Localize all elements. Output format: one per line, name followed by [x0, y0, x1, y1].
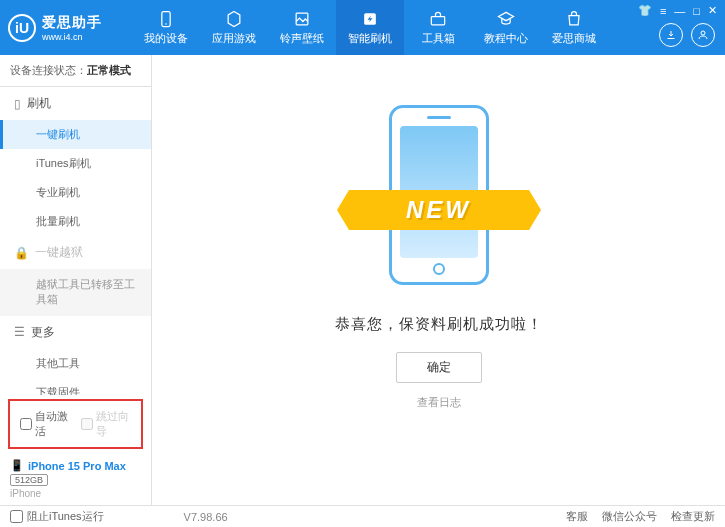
sidebar-item-itunes-flash[interactable]: iTunes刷机 [0, 149, 151, 178]
sidebar-group-more[interactable]: ☰ 更多 [0, 316, 151, 349]
app-url: www.i4.cn [42, 32, 102, 42]
svg-point-5 [701, 31, 705, 35]
phone-icon [156, 9, 176, 29]
download-button[interactable] [659, 23, 683, 47]
sidebar-item-jailbreak-moved[interactable]: 越狱工具已转移至工具箱 [0, 269, 151, 316]
checkbox-skip-guide[interactable]: 跳过向导 [81, 409, 132, 439]
nav-mall[interactable]: 爱思商城 [540, 0, 608, 55]
version-label: V7.98.66 [184, 511, 228, 523]
svg-rect-4 [431, 17, 444, 25]
success-message: 恭喜您，保资料刷机成功啦！ [335, 315, 543, 334]
main-content: NEW 恭喜您，保资料刷机成功啦！ 确定 查看日志 [152, 55, 725, 505]
sidebar-group-flash[interactable]: ▯ 刷机 [0, 87, 151, 120]
download-icon [665, 29, 677, 41]
maximize-icon[interactable]: □ [693, 5, 700, 17]
success-illustration: NEW [359, 95, 519, 295]
nav-smart-flash[interactable]: 智能刷机 [336, 0, 404, 55]
apps-icon [224, 9, 244, 29]
sidebar-item-other-tools[interactable]: 其他工具 [0, 349, 151, 378]
flash-icon [360, 9, 380, 29]
window-controls: 👕 ≡ — □ ✕ [638, 4, 717, 17]
device-name-text: iPhone 15 Pro Max [28, 460, 126, 472]
ok-button[interactable]: 确定 [396, 352, 482, 383]
user-button[interactable] [691, 23, 715, 47]
new-ribbon: NEW [349, 190, 529, 230]
wallpaper-icon [292, 9, 312, 29]
close-icon[interactable]: ✕ [708, 4, 717, 17]
device-phone-icon: 📱 [10, 459, 24, 472]
skin-icon[interactable]: 👕 [638, 4, 652, 17]
lock-icon: 🔒 [14, 246, 29, 260]
device-info[interactable]: 📱 iPhone 15 Pro Max 512GB iPhone [0, 453, 151, 505]
svg-point-1 [165, 23, 167, 25]
device-storage: 512GB [10, 474, 48, 486]
nav-ringtones[interactable]: 铃声壁纸 [268, 0, 336, 55]
nav-apps-games[interactable]: 应用游戏 [200, 0, 268, 55]
minimize-icon[interactable]: — [674, 5, 685, 17]
device-type: iPhone [10, 488, 141, 499]
footer-link-support[interactable]: 客服 [566, 509, 588, 524]
app-title: 爱思助手 [42, 14, 102, 32]
checkbox-block-itunes[interactable]: 阻止iTunes运行 [10, 509, 104, 524]
nav-my-device[interactable]: 我的设备 [132, 0, 200, 55]
sidebar-item-batch-flash[interactable]: 批量刷机 [0, 207, 151, 236]
logo-icon: iU [8, 14, 36, 42]
top-nav: 我的设备 应用游戏 铃声壁纸 智能刷机 工具箱 教程中心 爱思商城 [132, 0, 608, 55]
sidebar-item-download-firmware[interactable]: 下载固件 [0, 378, 151, 395]
checkbox-auto-activate[interactable]: 自动激活 [20, 409, 71, 439]
toolbox-icon [428, 9, 448, 29]
connection-status: 设备连接状态：正常模式 [0, 55, 151, 87]
sidebar-item-pro-flash[interactable]: 专业刷机 [0, 178, 151, 207]
sidebar: 设备连接状态：正常模式 ▯ 刷机 一键刷机 iTunes刷机 专业刷机 批量刷机… [0, 55, 152, 505]
mall-icon [564, 9, 584, 29]
footer-link-update[interactable]: 检查更新 [671, 509, 715, 524]
tutorial-icon [496, 9, 516, 29]
sidebar-group-jailbreak: 🔒 一键越狱 [0, 236, 151, 269]
footer-link-wechat[interactable]: 微信公众号 [602, 509, 657, 524]
phone-outline-icon: ▯ [14, 97, 21, 111]
footer-bar: 阻止iTunes运行 V7.98.66 客服 微信公众号 检查更新 [0, 505, 725, 527]
nav-toolbox[interactable]: 工具箱 [404, 0, 472, 55]
logo-area: iU 爱思助手 www.i4.cn [8, 14, 102, 42]
user-icon [697, 29, 709, 41]
flash-options-highlighted: 自动激活 跳过向导 [8, 399, 143, 449]
more-icon: ☰ [14, 325, 25, 339]
sidebar-item-one-key-flash[interactable]: 一键刷机 [0, 120, 151, 149]
app-header: iU 爱思助手 www.i4.cn 我的设备 应用游戏 铃声壁纸 智能刷机 工具… [0, 0, 725, 55]
menu-icon[interactable]: ≡ [660, 5, 666, 17]
nav-tutorials[interactable]: 教程中心 [472, 0, 540, 55]
view-log-link[interactable]: 查看日志 [417, 395, 461, 410]
